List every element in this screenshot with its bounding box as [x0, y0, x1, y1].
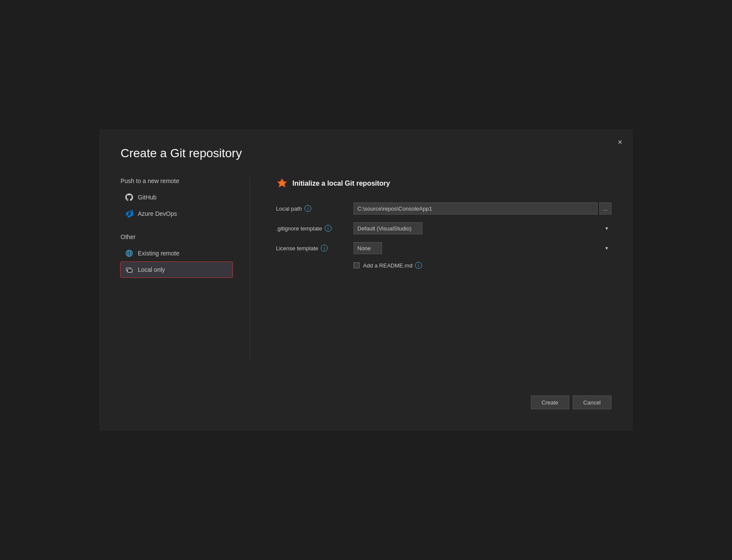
readme-row: Add a README.md i [354, 262, 611, 269]
other-section: Other Existing remote [121, 233, 233, 277]
azure-devops-label: Azure DevOps [138, 210, 177, 217]
create-button[interactable]: Create [531, 395, 569, 409]
readme-info-icon[interactable]: i [415, 262, 422, 269]
cancel-button[interactable]: Cancel [573, 395, 611, 409]
vertical-divider [250, 177, 250, 361]
dialog-title: Create a Git repository [121, 146, 611, 160]
svg-rect-6 [127, 269, 132, 273]
close-button[interactable]: × [614, 136, 626, 148]
git-branch-icon [276, 177, 288, 190]
license-row: License template i None [276, 242, 611, 254]
globe-icon [125, 249, 133, 258]
license-label: License template i [276, 245, 354, 252]
main-section-title: Initialize a local Git repository [292, 180, 390, 187]
other-section-title: Other [121, 233, 233, 240]
browse-button[interactable]: ... [599, 202, 611, 215]
github-label: GitHub [138, 194, 157, 201]
license-select-wrapper: None [354, 242, 611, 254]
local-path-info-icon[interactable]: i [304, 205, 311, 212]
license-info-icon[interactable]: i [321, 245, 328, 252]
gitignore-select-wrapper: Default (VisualStudio) [354, 222, 611, 234]
local-path-input[interactable] [354, 202, 598, 215]
existing-remote-label: Existing remote [138, 250, 179, 257]
local-path-control: ... [354, 202, 611, 215]
main-content: Initialize a local Git repository Local … [267, 177, 611, 361]
sidebar-item-azure-devops[interactable]: Azure DevOps [121, 206, 233, 221]
local-only-icon [125, 265, 133, 274]
license-select[interactable]: None [354, 242, 382, 254]
dialog-footer: Create Cancel [121, 387, 611, 409]
readme-checkbox[interactable] [354, 262, 360, 268]
local-path-row: Local path i ... [276, 202, 611, 215]
sidebar-item-github[interactable]: GitHub [121, 190, 233, 205]
github-icon [125, 193, 133, 202]
azure-devops-icon [125, 209, 133, 218]
dialog-body: Push to a new remote GitHub Azure DevOps [121, 177, 611, 361]
readme-label: Add a README.md i [363, 262, 422, 269]
gitignore-select[interactable]: Default (VisualStudio) [354, 222, 422, 234]
gitignore-label: .gitignore template i [276, 225, 354, 232]
local-path-label: Local path i [276, 205, 354, 212]
push-section-title: Push to a new remote [121, 177, 233, 184]
gitignore-info-icon[interactable]: i [325, 225, 332, 232]
sidebar: Push to a new remote GitHub Azure DevOps [121, 177, 233, 361]
local-only-label: Local only [138, 266, 165, 273]
main-header: Initialize a local Git repository [276, 177, 611, 190]
sidebar-item-local-only[interactable]: Local only [121, 262, 233, 277]
gitignore-row: .gitignore template i Default (VisualStu… [276, 222, 611, 234]
sidebar-item-existing-remote[interactable]: Existing remote [121, 246, 233, 261]
create-git-repo-dialog: × Create a Git repository Push to a new … [99, 129, 633, 431]
